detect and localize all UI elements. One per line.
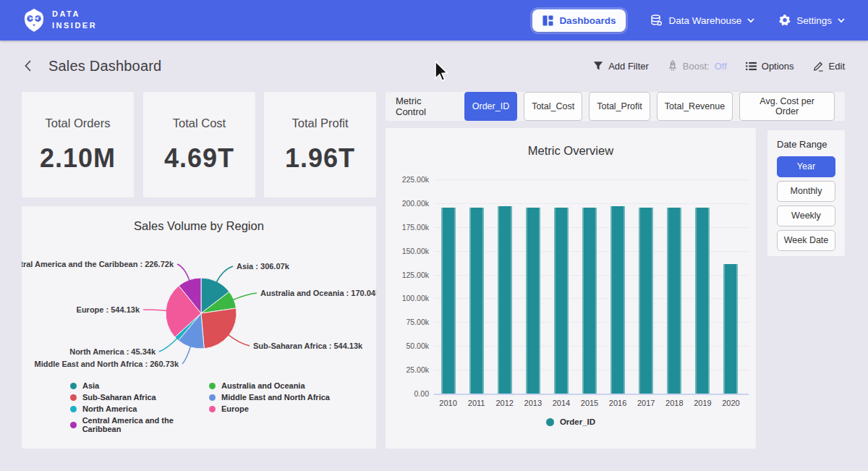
pie-label: Middle East and North Africa : 260.73k <box>35 360 179 368</box>
pie-chart-card: Sales Volume by Region Asia : 306.07kAus… <box>22 206 376 449</box>
y-axis-tick: 150.00k <box>386 247 429 255</box>
pie-label: Asia : 306.07k <box>237 262 290 271</box>
metric-option-order_id[interactable]: Order_ID <box>464 92 517 121</box>
bar-slot <box>462 179 490 394</box>
bar-chart-plot[interactable]: 225.00k200.00k175.00k150.00k125.00k100.0… <box>386 128 756 449</box>
bar-2010[interactable] <box>441 208 456 394</box>
options-button[interactable]: Options <box>746 61 794 72</box>
nav-settings-label: Settings <box>796 15 832 26</box>
metric-option-total_profit[interactable]: Total_Profit <box>589 92 650 121</box>
legend-dot <box>209 383 216 389</box>
pie-legend-label: Sub-Saharan Africa <box>82 393 156 402</box>
y-axis-tick: 225.00k <box>386 175 429 184</box>
database-icon <box>650 14 663 27</box>
x-axis-tick: 2012 <box>490 399 519 407</box>
pie-legend-label: North America <box>82 404 137 413</box>
back-button[interactable] <box>23 59 33 72</box>
metric-control-bar: Metric Control Order_IDTotal_CostTotal_P… <box>386 92 845 121</box>
brand-logo[interactable]: DATA INSIDER <box>23 8 97 33</box>
legend-dot <box>546 418 554 426</box>
pie-chart-title: Sales Volume by Region <box>22 206 376 241</box>
bar-legend-label: Order_ID <box>560 417 595 426</box>
pie-label: Sub-Saharan Africa : 544.13k <box>253 341 363 350</box>
edit-button[interactable]: Edit <box>813 61 845 72</box>
bar-2013[interactable] <box>526 208 540 394</box>
bar-2016[interactable] <box>610 206 625 394</box>
nav-dashboards-button[interactable]: Dashboards <box>532 9 626 32</box>
y-axis-tick: 0.00 <box>386 389 429 398</box>
boost-toggle[interactable]: Boost: Off <box>668 60 727 72</box>
filter-icon <box>593 61 603 71</box>
gridline <box>434 394 749 395</box>
gear-icon <box>779 14 791 26</box>
nav-settings[interactable]: Settings <box>779 14 845 26</box>
nav-data-warehouse[interactable]: Data Warehouse <box>650 14 754 27</box>
add-filter-label: Add Filter <box>608 61 649 72</box>
bar-2019[interactable] <box>695 208 710 394</box>
pie-legend: AsiaAustralia and OceaniaSub-Saharan Afr… <box>70 381 376 433</box>
pie-slice-sub-saharan-africa[interactable] <box>201 308 237 349</box>
legend-dot <box>70 422 77 428</box>
edit-label: Edit <box>829 61 845 72</box>
chevron-down-icon <box>747 18 754 23</box>
y-axis-tick: 200.00k <box>386 199 429 208</box>
bar-chart-card: Metric Overview 225.00k200.00k175.00k150… <box>386 128 756 449</box>
date-range-option-week-date[interactable]: Week Date <box>777 230 835 251</box>
kpi-value: 2.10M <box>40 143 116 174</box>
kpi-value: 1.96T <box>285 143 355 174</box>
kpi-card-total-profit: Total Profit 1.96T <box>264 92 376 198</box>
brand-line2: INSIDER <box>52 20 97 32</box>
metric-option-total_revenue[interactable]: Total_Revenue <box>657 92 733 121</box>
pencil-icon <box>813 61 824 72</box>
pie-chart[interactable]: Asia : 306.07kAustralia and Oceania : 17… <box>22 241 376 378</box>
kpi-card-total-orders: Total Orders 2.10M <box>22 92 134 198</box>
bar-2020[interactable] <box>723 264 738 394</box>
options-label: Options <box>762 61 794 72</box>
metric-control-label: Metric Control <box>396 96 454 117</box>
pie-legend-label: Australia and Oceania <box>221 381 305 390</box>
x-axis-tick: 2013 <box>519 399 547 407</box>
bar-2011[interactable] <box>469 208 484 394</box>
kpi-card-total-cost: Total Cost 4.69T <box>143 92 255 198</box>
legend-dot <box>209 406 216 412</box>
bar-2014[interactable] <box>554 208 569 394</box>
add-filter-button[interactable]: Add Filter <box>593 61 649 72</box>
pie-legend-label: Asia <box>82 381 99 390</box>
x-axis-tick: 2016 <box>604 399 632 407</box>
bar-2012[interactable] <box>498 206 512 394</box>
kpi-label: Total Orders <box>46 116 111 130</box>
bar-slot <box>717 179 745 394</box>
metric-control-buttons: Order_IDTotal_CostTotal_ProfitTotal_Reve… <box>464 92 835 121</box>
page-header: Sales Dashboard Add Filter Boost: Off <box>0 41 868 91</box>
pie-label-line <box>232 293 257 300</box>
pie-label: Australia and Oceania : 170.04k <box>260 289 376 297</box>
y-axis-tick: 100.00k <box>386 294 429 302</box>
date-range-option-weekly[interactable]: Weekly <box>777 205 835 226</box>
nav-data-warehouse-label: Data Warehouse <box>668 15 741 26</box>
pie-legend-label: Middle East and North Africa <box>221 393 330 402</box>
date-range-option-year[interactable]: Year <box>777 156 835 177</box>
legend-dot <box>70 394 77 401</box>
legend-dot <box>70 383 77 389</box>
pie-label: Central America and the Caribbean : 226.… <box>22 260 174 268</box>
bar-2017[interactable] <box>639 208 653 394</box>
pie-legend-item: Sub-Saharan Africa <box>70 393 209 402</box>
legend-dot <box>209 394 216 401</box>
pie-legend-label: Europe <box>221 404 249 413</box>
date-range-label: Date Range <box>777 139 835 150</box>
date-range-option-monthly[interactable]: Monthly <box>777 181 835 202</box>
chevron-down-icon <box>838 18 845 23</box>
pie-legend-item: North America <box>70 404 209 413</box>
bar-slot <box>689 179 717 394</box>
bar-slot <box>575 179 603 394</box>
metric-option-avg-cost-per-order[interactable]: Avg. Cost per Order <box>739 92 835 121</box>
bar-2015[interactable] <box>582 208 597 394</box>
x-axis-tick: 2011 <box>462 399 490 407</box>
pie-legend-item: Central America and the Caribbean <box>70 416 209 433</box>
bar-slot <box>547 179 575 394</box>
kpi-value: 4.69T <box>164 143 234 174</box>
bar-2018[interactable] <box>667 208 681 394</box>
metric-option-total_cost[interactable]: Total_Cost <box>524 92 582 121</box>
x-axis-tick: 2019 <box>689 399 717 407</box>
bar-slot <box>632 179 660 394</box>
